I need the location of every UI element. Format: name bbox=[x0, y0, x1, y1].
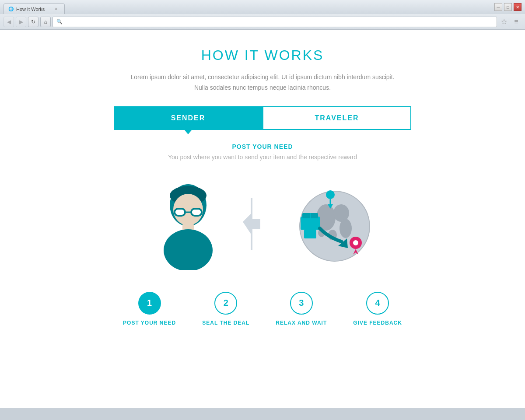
page-content: HOW IT WORKS Lorem ipsum dolor sit amet,… bbox=[0, 30, 525, 408]
tab-close-btn[interactable]: × bbox=[55, 7, 57, 11]
forward-button[interactable]: ▶ bbox=[16, 17, 26, 27]
reload-button[interactable]: ↻ bbox=[28, 17, 38, 27]
page-description: Lorem ipsum dolor sit amet, consectetur … bbox=[127, 72, 398, 93]
svg-point-19 bbox=[326, 190, 335, 199]
url-input[interactable] bbox=[65, 19, 493, 25]
step-circle-1[interactable]: 1 bbox=[138, 292, 161, 315]
svg-rect-22 bbox=[301, 217, 320, 230]
svg-point-9 bbox=[164, 229, 213, 270]
illustration-area bbox=[151, 174, 374, 274]
globe-icon bbox=[278, 178, 374, 270]
step-label-2: SEAL THE DEAL bbox=[202, 320, 249, 326]
tab-title: How It Works bbox=[16, 7, 45, 12]
browser-tab[interactable]: 🌐 How It Works × bbox=[4, 4, 65, 14]
bookmark-button[interactable]: ☆ bbox=[499, 17, 509, 27]
step-circle-3[interactable]: 3 bbox=[290, 292, 313, 315]
address-bar[interactable]: 🔍 bbox=[52, 17, 497, 27]
svg-rect-6 bbox=[175, 210, 184, 215]
maximize-button[interactable]: □ bbox=[504, 3, 512, 11]
svg-point-28 bbox=[353, 240, 358, 245]
svg-rect-7 bbox=[192, 210, 201, 215]
browser-chrome: 🌐 How It Works × ─ □ ✕ ◀ ▶ ↻ ⌂ 🔍 ☆ ≡ bbox=[0, 0, 525, 30]
step-item-4: 4 GIVE FEEDBACK bbox=[353, 292, 402, 326]
close-button[interactable]: ✕ bbox=[514, 3, 522, 11]
tab-traveler[interactable]: TRAVELER bbox=[262, 106, 411, 130]
step-item-1: 1 POST YOUR NEED bbox=[123, 292, 176, 326]
active-step-label: POST YOUR NEED bbox=[232, 143, 293, 150]
svg-marker-11 bbox=[243, 213, 260, 235]
step-label-3: RELAX AND WAIT bbox=[276, 320, 327, 326]
svg-point-15 bbox=[340, 219, 352, 238]
home-button[interactable]: ⌂ bbox=[40, 17, 51, 27]
search-icon: 🔍 bbox=[56, 19, 63, 24]
step-label-4: GIVE FEEDBACK bbox=[353, 320, 402, 326]
step-label-1: POST YOUR NEED bbox=[123, 320, 176, 326]
window-controls: ─ □ ✕ bbox=[494, 3, 522, 11]
divider-arrow bbox=[238, 174, 265, 274]
menu-button[interactable]: ≡ bbox=[511, 17, 522, 27]
step-circle-2[interactable]: 2 bbox=[214, 292, 237, 315]
title-bar: 🌐 How It Works × ─ □ ✕ bbox=[0, 0, 525, 14]
person-icon bbox=[151, 178, 225, 270]
svg-rect-25 bbox=[304, 230, 316, 238]
step-circle-4[interactable]: 4 bbox=[366, 292, 389, 315]
tab-sender[interactable]: SENDER bbox=[114, 106, 262, 130]
active-step-desc: You post where you want to send your ite… bbox=[168, 154, 357, 161]
minimize-button[interactable]: ─ bbox=[494, 3, 502, 11]
back-button[interactable]: ◀ bbox=[4, 17, 14, 27]
steps-row: 1 POST YOUR NEED 2 SEAL THE DEAL 3 RELAX… bbox=[123, 292, 402, 326]
tabs-container: SENDER TRAVELER bbox=[114, 106, 411, 130]
navigation-bar: ◀ ▶ ↻ ⌂ 🔍 ☆ ≡ bbox=[0, 14, 525, 30]
step-item-3: 3 RELAX AND WAIT bbox=[276, 292, 327, 326]
step-item-2: 2 SEAL THE DEAL bbox=[202, 292, 249, 326]
tab-favicon: 🌐 bbox=[8, 7, 14, 11]
page-title: HOW IT WORKS bbox=[201, 47, 324, 63]
